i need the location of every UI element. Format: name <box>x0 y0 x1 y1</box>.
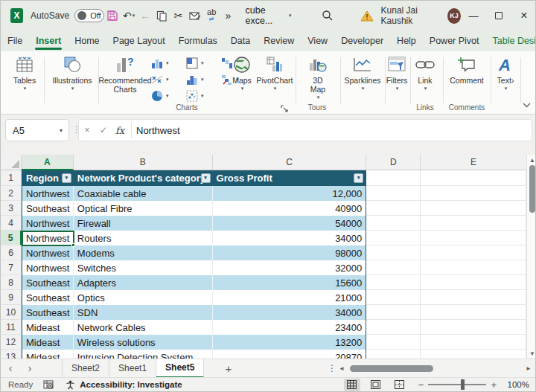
back-button[interactable]: ← <box>137 6 153 25</box>
insert-column-chart-button[interactable]: ▾ <box>151 56 179 71</box>
charts-dialog-launcher[interactable] <box>281 102 288 115</box>
cell-category[interactable]: Wireless solutions <box>74 335 213 350</box>
zoom-level[interactable]: 100% <box>504 380 529 389</box>
cell-region[interactable]: Mideast <box>22 320 74 335</box>
cell-gross-profit[interactable]: 12,000 <box>213 186 367 201</box>
sheet-tab-sheet1[interactable]: Sheet1 <box>109 359 156 378</box>
pivotchart-button[interactable]: PivotChart ▾ <box>255 54 294 91</box>
cell-category[interactable]: Optical Fibre <box>74 201 213 216</box>
insert-scatter-chart-button[interactable]: ▾ <box>151 72 179 87</box>
cell-region[interactable]: Northwest <box>22 260 74 275</box>
cell-empty[interactable] <box>366 231 421 245</box>
email-button[interactable] <box>187 6 203 25</box>
doc-title-chevron-icon[interactable]: ▾ <box>289 13 292 19</box>
cell-gross-profit[interactable]: 15600 <box>213 275 367 290</box>
cell-empty[interactable] <box>366 335 421 350</box>
row-header-2[interactable]: 2 <box>1 186 22 201</box>
new-sheet-button[interactable]: + <box>225 362 232 375</box>
avatar[interactable]: KJ <box>447 8 461 24</box>
cell-gross-profit[interactable]: 34000 <box>213 305 367 320</box>
tab-file[interactable]: File <box>1 30 29 51</box>
cell-empty[interactable] <box>366 260 421 275</box>
header-gross-profit[interactable]: Gross Profit ▾ <box>213 170 367 186</box>
scroll-up-icon[interactable]: ▲ <box>527 157 536 164</box>
scroll-down-icon[interactable]: ▼ <box>527 350 536 357</box>
cell-region[interactable]: Southeast <box>22 275 74 290</box>
select-all-button[interactable] <box>1 155 22 170</box>
column-header-b[interactable]: B <box>74 155 213 170</box>
cell-empty[interactable] <box>366 216 421 231</box>
tab-insert[interactable]: Insert <box>29 30 68 51</box>
zoom-slider[interactable] <box>428 384 486 385</box>
row-header-7[interactable]: 7 <box>1 260 22 275</box>
cell-gross-profit[interactable]: 54000 <box>213 216 367 231</box>
filter-button-gross-profit[interactable]: ▾ <box>354 173 363 183</box>
sheet-nav-right-icon[interactable]: › <box>20 362 39 374</box>
insert-pie-chart-button[interactable]: ▾ <box>151 89 179 103</box>
tables-button[interactable]: Tables ▾ <box>8 54 41 91</box>
cell-d1[interactable] <box>366 170 421 186</box>
tab-view[interactable]: View <box>301 30 334 51</box>
cell-empty[interactable] <box>421 216 526 231</box>
cell-gross-profit[interactable]: 20870 <box>213 350 367 359</box>
cell-region[interactable]: Southeast <box>22 305 74 320</box>
cell-empty[interactable] <box>421 305 526 320</box>
document-title[interactable]: cube exce... <box>245 5 288 26</box>
recommended-charts-button[interactable]: ? Recommended Charts <box>102 54 148 94</box>
maximize-button[interactable] <box>486 1 511 30</box>
horizontal-scrollbar-thumb[interactable] <box>350 365 433 372</box>
tab-table-design[interactable]: Table Design <box>486 30 536 51</box>
cell-category[interactable]: Network Cables <box>74 320 213 335</box>
column-header-a[interactable]: A <box>22 155 74 170</box>
sheet-tab-sheet2[interactable]: Sheet2 <box>62 359 109 378</box>
copy-button[interactable] <box>153 6 170 25</box>
autosave-toggle[interactable]: Off <box>74 9 104 22</box>
insert-statistic-chart-button[interactable]: ▾ <box>186 72 214 87</box>
sheet-nav-left-icon[interactable]: ‹ <box>1 362 20 374</box>
cell-gross-profit[interactable]: 23400 <box>213 320 367 335</box>
cell-category[interactable]: Adapters <box>74 275 213 290</box>
accessibility-status[interactable]: Accessibility: Investigate <box>80 380 182 389</box>
row-header-1[interactable]: 1 <box>1 170 22 186</box>
close-button[interactable]: × <box>511 1 536 30</box>
cell-empty[interactable] <box>421 245 526 260</box>
cell-empty[interactable] <box>366 201 421 216</box>
cell-empty[interactable] <box>366 305 421 320</box>
cell-empty[interactable] <box>366 245 421 260</box>
tab-data[interactable]: Data <box>224 30 257 51</box>
name-box[interactable]: A5 ▾ <box>5 119 69 141</box>
row-header-10[interactable]: 10 <box>1 305 22 320</box>
cell-region[interactable]: Northwest <box>22 245 74 260</box>
cell-category[interactable]: Modems <box>74 245 213 260</box>
enter-button[interactable]: ✓ <box>95 125 112 135</box>
header-category[interactable]: Network Product's category ▾ <box>74 170 213 186</box>
formula-value[interactable]: Northwest <box>136 125 180 136</box>
row-header-11[interactable]: 11 <box>1 320 22 335</box>
cell-empty[interactable] <box>421 231 526 245</box>
column-header-e[interactable]: E <box>421 155 526 170</box>
cell-empty[interactable] <box>421 350 526 359</box>
tab-developer[interactable]: Developer <box>334 30 390 51</box>
horizontal-scrollbar[interactable]: ◄ ► <box>336 365 534 372</box>
page-break-view-button[interactable] <box>392 379 408 391</box>
filter-button-category[interactable]: ▾ <box>201 173 211 183</box>
cell-e1[interactable] <box>421 170 526 186</box>
zoom-in-button[interactable]: + <box>491 379 497 391</box>
macro-record-button[interactable] <box>43 380 54 390</box>
link-button[interactable]: Link ▾ <box>412 54 438 91</box>
cell-gross-profit[interactable]: 32000 <box>213 260 367 275</box>
cell-empty[interactable] <box>366 320 421 335</box>
excel-logo-icon[interactable]: X <box>10 8 23 23</box>
cell-region[interactable]: Northwest <box>22 216 74 231</box>
fill-handle[interactable] <box>71 243 75 247</box>
illustrations-button[interactable]: Illustrations ▾ <box>48 54 96 91</box>
minimize-button[interactable]: — <box>461 1 486 30</box>
qat-overflow-button[interactable]: » <box>220 6 236 25</box>
header-region[interactable]: Region ▾ <box>22 170 74 186</box>
cell-gross-profit[interactable]: 40900 <box>213 201 367 216</box>
cell-gross-profit[interactable]: 13200 <box>213 335 367 350</box>
column-header-d[interactable]: D <box>366 155 421 170</box>
insert-scatter-map-button[interactable]: ▾ <box>186 89 214 103</box>
row-header-5[interactable]: 5 <box>1 231 22 245</box>
cell-region[interactable]: Mideast <box>22 335 74 350</box>
